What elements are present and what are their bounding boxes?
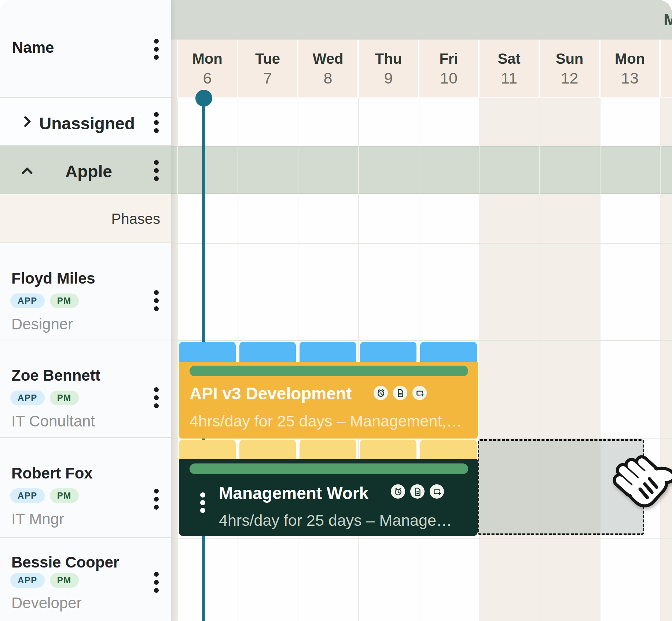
badge-pm: PM xyxy=(50,391,79,405)
member-name: Robert Fox xyxy=(11,466,93,481)
unassigned-label: Unassigned xyxy=(39,114,135,133)
day-header-fri10: Fri 10 xyxy=(419,40,478,97)
scheduler-app: May 2024 Mon 6 Tue 7 Wed 8 Thu 9 Fri 10 … xyxy=(0,0,672,621)
day-header-mon13: Mon 13 xyxy=(601,40,659,97)
day-header-sat11: Sat 11 xyxy=(480,40,539,97)
member-menu-button[interactable] xyxy=(154,572,159,596)
alarm-icon xyxy=(374,386,388,400)
name-column-header: Name xyxy=(12,39,54,56)
document-icon xyxy=(410,484,425,499)
sidebar-header-row: Name xyxy=(0,0,171,98)
task2-icon-row xyxy=(391,484,444,499)
phases-label: Phases xyxy=(111,211,160,227)
day-header-mon6: Mon 6 xyxy=(178,40,237,97)
badge-app: APP xyxy=(10,391,45,405)
badge-pm: PM xyxy=(50,488,79,503)
badge-pm: PM xyxy=(50,293,79,308)
day-header-sun12: Sun 12 xyxy=(540,40,599,97)
grid-gutter xyxy=(171,40,177,621)
chevron-up-icon[interactable] xyxy=(20,164,34,178)
member-row-robert-fox[interactable]: Robert Fox APP PM IT Mngr xyxy=(0,438,171,537)
task-card-management-work[interactable]: Management Work 4hrs/day for 25 days – M… xyxy=(179,459,478,536)
member-name: Floyd Miles xyxy=(11,271,95,286)
badge-app: APP xyxy=(10,573,45,588)
month-band: May 2024 xyxy=(171,0,672,40)
member-menu-button[interactable] xyxy=(154,489,159,513)
task2-drag-handle-icon[interactable] xyxy=(200,492,205,515)
sidebar-phases-row[interactable]: Phases xyxy=(0,195,171,243)
member-menu-button[interactable] xyxy=(154,290,159,314)
member-badges: APP PM xyxy=(10,293,79,308)
name-header-menu-button[interactable] xyxy=(154,39,159,63)
add-card-icon xyxy=(430,484,444,499)
day-header-partial xyxy=(661,40,672,97)
apple-group-label: Apple xyxy=(65,162,112,181)
sidebar-group-apple[interactable]: Apple xyxy=(0,146,171,194)
task2-details: 4hrs/day for 25 days – Manage… xyxy=(219,513,452,528)
member-row-zoe-bennett[interactable]: Zoe Bennett APP PM IT Conultant xyxy=(0,340,171,438)
member-role: Developer xyxy=(11,595,81,611)
sidebar: Name Unassigned Apple xyxy=(0,0,171,621)
task1-details: 4hrs/day for 25 days – Management,… xyxy=(190,413,462,429)
day-header-wed8: Wed 8 xyxy=(298,40,357,97)
member-row-floyd-miles[interactable]: Floyd Miles APP PM Designer xyxy=(0,243,171,340)
hand-cursor-icon xyxy=(615,448,672,517)
member-menu-button[interactable] xyxy=(154,387,159,411)
member-role: IT Mngr xyxy=(11,511,64,527)
member-role: IT Conultant xyxy=(11,414,95,429)
member-name: Bessie Cooper xyxy=(11,555,119,570)
add-card-icon xyxy=(412,386,427,400)
task-card-api-v3-development[interactable]: API v3 Development 4hrs/day for 25 days … xyxy=(179,362,478,439)
task1-progress-bar xyxy=(190,366,468,376)
month-label: May 2024 xyxy=(644,0,672,40)
badge-app: APP xyxy=(10,293,45,308)
task1-title: API v3 Development xyxy=(190,385,352,402)
member-badges: APP PM xyxy=(10,488,79,503)
member-row-bessie-cooper[interactable]: Bessie Cooper APP PM Developer xyxy=(0,538,171,621)
unassigned-menu-button[interactable] xyxy=(154,112,159,136)
badge-app: APP xyxy=(10,488,45,503)
member-badges: APP PM xyxy=(10,391,79,405)
apple-menu-button[interactable] xyxy=(154,160,159,184)
task2-progress-bar xyxy=(190,463,468,474)
day-header-tue7: Tue 7 xyxy=(238,40,297,97)
member-badges: APP PM xyxy=(10,573,79,588)
task2-title: Management Work xyxy=(219,485,368,502)
chevron-right-icon[interactable] xyxy=(20,114,34,129)
day-header-thu9: Thu 9 xyxy=(359,40,418,97)
document-icon xyxy=(393,386,407,400)
task1-icon-row xyxy=(374,386,427,400)
member-role: Designer xyxy=(11,317,73,332)
today-marker-dot[interactable] xyxy=(195,90,212,107)
sidebar-group-unassigned[interactable]: Unassigned xyxy=(0,98,171,145)
badge-pm: PM xyxy=(50,573,79,588)
alarm-icon xyxy=(391,484,405,499)
member-name: Zoe Bennett xyxy=(11,368,100,383)
